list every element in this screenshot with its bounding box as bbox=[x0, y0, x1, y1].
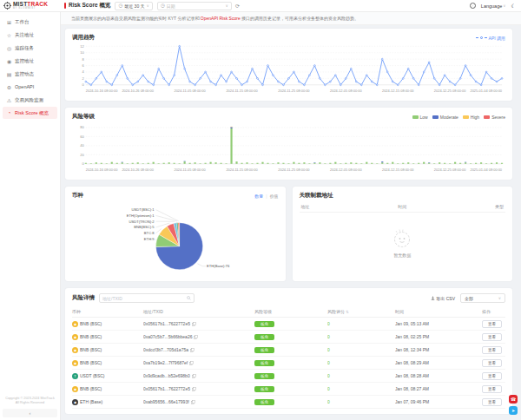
copy-icon[interactable] bbox=[189, 361, 194, 365]
copy-icon[interactable] bbox=[192, 322, 196, 326]
view-button[interactable]: 查看 bbox=[482, 359, 502, 367]
action-cell: 查看 bbox=[482, 372, 505, 380]
sanctioned-addresses-card: 关联制裁地址 地址 时间 类型 bbox=[293, 187, 513, 281]
column-time: 时间 bbox=[368, 204, 436, 209]
address-text[interactable]: 0x05617b1...7622772e5 bbox=[143, 321, 190, 326]
risk-filter-select[interactable]: 全部 ∨ bbox=[460, 293, 505, 303]
brand-subtitle: BY SLOWMIST bbox=[13, 7, 48, 10]
api-calls-legend[interactable]: API 调用 bbox=[476, 36, 505, 41]
sidebar-item-transaction-risk-monitoring[interactable]: ⚠交易风险监测 bbox=[3, 94, 57, 106]
view-button[interactable]: 查看 bbox=[482, 333, 502, 341]
address-text[interactable]: 0xa07c5b7...5b66bbea26 bbox=[143, 334, 192, 339]
sort-icon[interactable]: ⇅ bbox=[346, 310, 349, 314]
legend-swatch bbox=[463, 115, 469, 119]
svg-text:2025-01-04 08:00:00: 2025-01-04 08:00:00 bbox=[470, 89, 502, 93]
address-text[interactable]: 0xab95656...66e17993f bbox=[143, 399, 189, 404]
action-cell: 查看 bbox=[482, 346, 505, 354]
legend-line-mark bbox=[476, 37, 478, 38]
coin-label: BNB (BSC) bbox=[80, 386, 102, 391]
view-button[interactable]: 查看 bbox=[482, 320, 502, 328]
sidebar-item-followed-addresses[interactable]: ☆关注地址 bbox=[3, 29, 57, 41]
date-picker[interactable]: ◷ 日期 ∨ bbox=[157, 2, 232, 10]
date-placeholder: 日期 bbox=[167, 3, 175, 9]
sidebar-item-tracking-tasks[interactable]: ◎追踪任务 bbox=[3, 42, 57, 54]
legend-item-low[interactable]: Low bbox=[412, 115, 428, 120]
sidebar-item-workbench[interactable]: ⊞工作台 bbox=[3, 16, 57, 28]
coin-icon: T bbox=[72, 373, 78, 379]
risk-score-value: 0 bbox=[327, 321, 395, 326]
sidebar-item-monitored-addresses[interactable]: ◉监控地址 bbox=[3, 55, 57, 67]
notice-link[interactable]: OpenAPI Risk Score bbox=[201, 16, 241, 21]
refresh-icon[interactable]: ⟳ bbox=[235, 3, 240, 9]
svg-text:2024-10-26 08:00:00: 2024-10-26 08:00:00 bbox=[122, 167, 154, 172]
sidebar-collapse-button[interactable]: ‹ bbox=[3, 409, 57, 417]
empty-text: 暂无数据 bbox=[393, 253, 411, 258]
telegram-button[interactable]: ➤ bbox=[509, 406, 518, 415]
risk-level-cell: 低危 bbox=[254, 334, 327, 340]
column-risk-score[interactable]: 风险评分⇅ bbox=[327, 309, 395, 314]
copy-icon[interactable] bbox=[192, 387, 196, 391]
sidebar-item-label: 监控动态 bbox=[15, 71, 34, 77]
monitored-addresses-icon: ◉ bbox=[6, 58, 12, 64]
coin-cell: ◆BNB (BSC) bbox=[72, 360, 143, 366]
sidebar-item-openapi[interactable]: ⚙OpenAPI bbox=[3, 81, 57, 93]
risk-level-chart[interactable]: 0204060802024-10-16 08:00:002024-10-26 0… bbox=[72, 122, 505, 174]
view-button[interactable]: 查看 bbox=[482, 346, 502, 354]
legend-item-moderate[interactable]: Moderate bbox=[432, 115, 458, 120]
copy-icon[interactable] bbox=[191, 400, 195, 404]
risk-level-cell: 低危 bbox=[254, 347, 327, 353]
risk-score-value: 0 bbox=[327, 373, 395, 378]
copy-icon[interactable] bbox=[194, 335, 198, 339]
time-value: Jan 08, 08:27 AM bbox=[395, 386, 482, 391]
svg-text:20: 20 bbox=[80, 153, 84, 157]
clock-icon: ◷ bbox=[118, 3, 122, 9]
title-accent-bar bbox=[64, 3, 66, 9]
time-range-select[interactable]: ◷ 最近 30 天 ∨ bbox=[115, 2, 152, 10]
view-button[interactable]: 查看 bbox=[482, 398, 502, 406]
risk-level-cell: 低危 bbox=[254, 321, 327, 327]
toggle-amount[interactable]: 数量 bbox=[254, 194, 263, 199]
support-button[interactable]: ☎ bbox=[509, 395, 518, 404]
floating-buttons: ☎➤ bbox=[509, 395, 518, 415]
address-text[interactable]: 0x9d9cadb...b52e698b0 bbox=[143, 373, 190, 378]
svg-text:2024-11-25 08:00:00: 2024-11-25 08:00:00 bbox=[278, 89, 310, 93]
export-csv-button[interactable]: 导出 CSV bbox=[431, 296, 455, 301]
risk-level-cell: 低危 bbox=[254, 386, 327, 392]
legend-item-high[interactable]: High bbox=[463, 115, 479, 120]
sidebar-item-monitoring-updates[interactable]: ▤监控动态 bbox=[3, 68, 57, 80]
coin-icon: ◆ bbox=[72, 321, 78, 327]
legend-item-severe[interactable]: Severe bbox=[484, 115, 505, 120]
sanctioned-title: 关联制裁地址 bbox=[300, 192, 333, 200]
risk-score-value: 0 bbox=[327, 399, 395, 404]
time-value: Jan 07, 09:46 PM bbox=[395, 399, 482, 404]
risk-level-card: 风险等级 LowModerateHighSevere 0204060802024… bbox=[65, 108, 512, 180]
coin-cell: ◆BNB (BSC) bbox=[72, 386, 143, 392]
time-value: Jan 08, 08:28 AM bbox=[395, 373, 482, 378]
copy-icon[interactable] bbox=[192, 374, 196, 378]
copy-icon[interactable] bbox=[190, 348, 195, 352]
language-select[interactable]: Language∨ bbox=[481, 3, 506, 9]
user-avatar-icon[interactable]: ◦ bbox=[470, 3, 476, 9]
pie-label: USDT(BSC):1 bbox=[132, 207, 155, 212]
address-text[interactable]: 0x05617b1...7622772e5 bbox=[143, 386, 190, 391]
toggle-value[interactable]: 价值 bbox=[270, 194, 279, 199]
svg-text:0: 0 bbox=[82, 82, 85, 87]
coin-cell: TUSDT (BSC) bbox=[72, 373, 143, 379]
currency-pie-chart[interactable]: ETH:9BTC:8BNB(BSC):5USDT(TRON):2ETH(Opti… bbox=[72, 201, 279, 276]
address-text[interactable]: 0xdccf3b7...705d1a75a bbox=[143, 347, 188, 352]
brand-logo[interactable]: MISTTRACK BY SLOWMIST bbox=[0, 2, 61, 10]
view-button[interactable]: 查看 bbox=[482, 385, 502, 393]
search-input[interactable] bbox=[102, 296, 187, 301]
column-address: 地址 bbox=[301, 204, 369, 209]
address-text[interactable]: 0xa7b19e2...7f79687ef bbox=[143, 360, 188, 365]
dark-mode-toggle-icon[interactable]: ☾ bbox=[511, 3, 516, 9]
copyright: Copyright © 2023-2024 MistTrack All Righ… bbox=[3, 397, 57, 406]
coin-cell: ◆BNB (BSC) bbox=[72, 334, 143, 340]
svg-text:2024-12-25 08:00:00: 2024-12-25 08:00:00 bbox=[434, 89, 466, 93]
view-button[interactable]: 查看 bbox=[482, 372, 502, 380]
sidebar-footer: Copyright © 2023-2024 MistTrack All Righ… bbox=[0, 394, 60, 420]
risk-details-title: 风险详情 bbox=[72, 294, 95, 302]
call-trend-chart[interactable]: 0246810122024-10-16 08:00:002024-10-26 0… bbox=[72, 43, 505, 95]
openapi-icon: ⚙ bbox=[6, 84, 12, 90]
sidebar-item-risk-score-overview[interactable]: ◔Risk Score 概览 bbox=[3, 107, 57, 119]
